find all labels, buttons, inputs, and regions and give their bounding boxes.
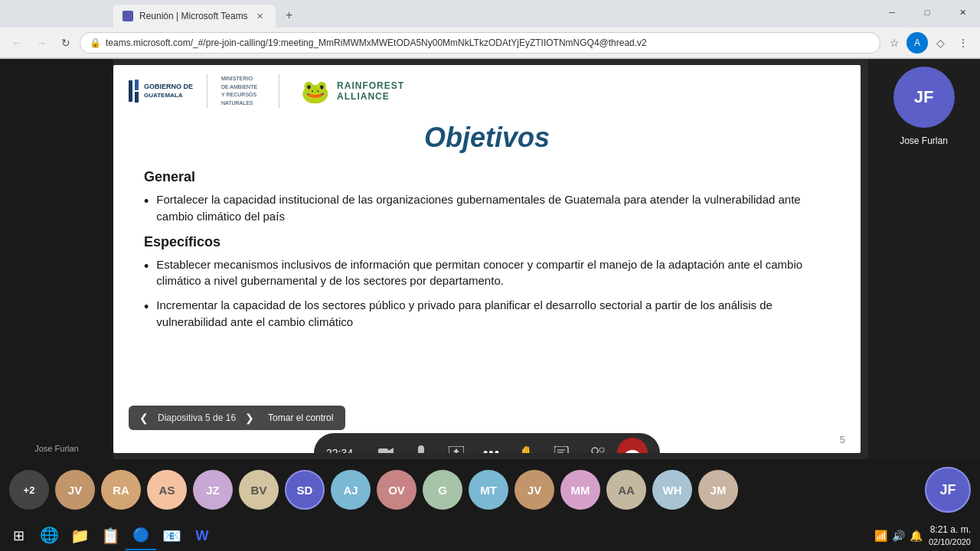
- volume-icon[interactable]: 🔊: [892, 530, 905, 542]
- presenter-label: Jose Furlan: [34, 444, 78, 453]
- mic-button[interactable]: [406, 438, 436, 453]
- slide-nav-bar: ❮ Diapositiva 5 de 16 ❯ Tomar el control: [129, 406, 345, 430]
- especificos-bullet-1: • Establecer mecanismos inclusivos de in…: [144, 256, 830, 290]
- address-bar[interactable]: 🔒 teams.microsoft.com/_#/pre-join-callin…: [80, 32, 880, 54]
- settings-button[interactable]: ⋮: [952, 32, 974, 54]
- system-icons: 📶 🔊 🔔: [874, 530, 923, 542]
- participant-jv-1[interactable]: JV: [55, 470, 95, 510]
- taskbar-right: 📶 🔊 🔔 8:21 a. m. 02/10/2020: [874, 524, 977, 547]
- general-bullet-item: • Fortalecer la capacidad institucional …: [144, 191, 830, 225]
- participant-wh[interactable]: WH: [652, 470, 692, 510]
- participant-ra[interactable]: RA: [101, 470, 141, 510]
- notify-icon[interactable]: 🔔: [910, 530, 923, 542]
- gov-line2: GUATEMALA: [144, 92, 193, 99]
- slide-content: Objetivos General • Fortalecer la capaci…: [113, 114, 861, 354]
- participant-jz[interactable]: JZ: [193, 470, 233, 510]
- tab-favicon: [122, 11, 133, 21]
- start-button[interactable]: ⊞: [3, 521, 34, 550]
- favorites-button[interactable]: ☆: [884, 32, 905, 54]
- end-call-button[interactable]: [617, 438, 648, 453]
- raise-hand-button[interactable]: ✋: [511, 438, 542, 453]
- network-icon[interactable]: 📶: [874, 530, 887, 542]
- clock[interactable]: 8:21 a. m. 02/10/2020: [929, 524, 971, 547]
- frog-icon: 🐸: [301, 78, 329, 105]
- participant-g[interactable]: G: [423, 470, 462, 510]
- ministerio-text: MINISTERIO DE AMBIENTE Y RECURSOS NATURA…: [221, 75, 257, 107]
- browser-tab[interactable]: Reunión | Microsoft Teams ✕: [113, 5, 276, 28]
- maximize-button[interactable]: □: [910, 0, 945, 24]
- right-panel: JF Jose Furlan: [867, 59, 980, 459]
- url-text: teams.microsoft.com/_#/pre-join-calling/…: [106, 37, 871, 48]
- taskbar-onenote[interactable]: 📋: [95, 521, 126, 550]
- tab-close-button[interactable]: ✕: [254, 10, 266, 22]
- especificos-bullet-1-text: Establecer mecanismos inclusivos de info…: [156, 256, 830, 290]
- call-timer: 22:34: [326, 447, 360, 453]
- general-heading: General: [144, 169, 830, 185]
- especificos-heading: Específicos: [144, 234, 830, 250]
- participant-aa[interactable]: AA: [606, 470, 646, 510]
- participant-aj[interactable]: AJ: [331, 470, 371, 510]
- jf-avatar: JF: [893, 67, 955, 128]
- guatemala-logo: GOBIERNO DE GUATEMALA: [129, 80, 193, 103]
- participants-bar: +2 JV RA AS JZ BV SD AJ OV G MT JV MM: [0, 459, 980, 520]
- slide-area: GOBIERNO DE GUATEMALA MINISTERIO DE AMBI…: [113, 65, 861, 453]
- new-tab-button[interactable]: +: [279, 5, 300, 26]
- svg-marker-1: [388, 448, 394, 453]
- svg-point-12: [599, 448, 604, 452]
- bullet-dot-1: •: [144, 191, 149, 211]
- ssl-lock-icon: 🔒: [90, 37, 101, 48]
- prev-slide-button[interactable]: ❮: [136, 410, 152, 425]
- especificos-bullet-2: • Incrementar la capacidad de los sector…: [144, 297, 830, 331]
- extra-participants[interactable]: +2: [9, 470, 49, 510]
- minimize-button[interactable]: ─: [874, 0, 910, 24]
- taskbar-word[interactable]: W: [187, 521, 217, 550]
- extensions-button[interactable]: ◇: [929, 32, 951, 54]
- taskbar-chrome[interactable]: 🔵: [126, 521, 156, 550]
- taskbar-explorer[interactable]: 📁: [64, 521, 95, 550]
- logo-divider: [207, 74, 207, 108]
- slide-header: GOBIERNO DE GUATEMALA MINISTERIO DE AMBI…: [113, 65, 861, 114]
- taskbar-ie[interactable]: 🌐: [34, 521, 64, 550]
- refresh-button[interactable]: ↻: [55, 32, 77, 54]
- rainforest-logo: 🐸 RAINFOREST ALLIANCE: [301, 78, 404, 105]
- participant-ov[interactable]: OV: [377, 470, 416, 510]
- participant-bv[interactable]: BV: [239, 470, 279, 510]
- jf-name: Jose Furlan: [900, 135, 948, 146]
- tab-title: Reunión | Microsoft Teams: [139, 11, 248, 21]
- participant-sd[interactable]: SD: [285, 470, 325, 510]
- chat-button[interactable]: [547, 438, 577, 453]
- participants-button[interactable]: [582, 438, 612, 453]
- logo-divider2: [279, 74, 279, 108]
- slide-info-text: Diapositiva 5 de 16: [158, 412, 236, 423]
- svg-point-11: [592, 448, 598, 453]
- bullet-dot-2: •: [144, 256, 149, 276]
- more-options-button[interactable]: •••: [476, 438, 507, 453]
- clock-date: 02/10/2020: [929, 536, 971, 547]
- close-button[interactable]: ✕: [945, 0, 980, 24]
- slide-page-number: 5: [840, 434, 845, 445]
- video-button[interactable]: [371, 438, 401, 453]
- gov-line1: GOBIERNO DE: [144, 83, 193, 92]
- share-screen-button[interactable]: [441, 438, 472, 453]
- participant-mm[interactable]: MM: [560, 470, 600, 510]
- left-sidebar: Jose Furlan: [0, 59, 113, 459]
- slide-title: Objetivos: [144, 122, 830, 154]
- taskbar-outlook[interactable]: 📧: [156, 521, 187, 550]
- rainforest-text: RAINFOREST ALLIANCE: [337, 80, 404, 102]
- next-slide-button[interactable]: ❯: [242, 410, 257, 425]
- participant-mt[interactable]: MT: [469, 470, 508, 510]
- back-button[interactable]: ←: [6, 32, 28, 54]
- forward-button[interactable]: →: [31, 32, 52, 54]
- svg-rect-2: [418, 445, 424, 453]
- svg-marker-6: [453, 448, 459, 453]
- clock-time: 8:21 a. m.: [929, 524, 971, 536]
- especificos-bullet-2-text: Incrementar la capacidad de los sectores…: [156, 297, 830, 331]
- call-controls-bar: 22:34 ••• ✋: [314, 433, 660, 453]
- jf-participant-avatar[interactable]: JF: [925, 467, 971, 513]
- participant-as[interactable]: AS: [147, 470, 187, 510]
- take-control-button[interactable]: Tomar el control: [263, 411, 338, 425]
- general-bullet-text: Fortalecer la capacidad institucional de…: [156, 191, 830, 225]
- profile-button[interactable]: A: [906, 32, 928, 54]
- participant-jv-2[interactable]: JV: [514, 470, 554, 510]
- participant-jm[interactable]: JM: [698, 470, 738, 510]
